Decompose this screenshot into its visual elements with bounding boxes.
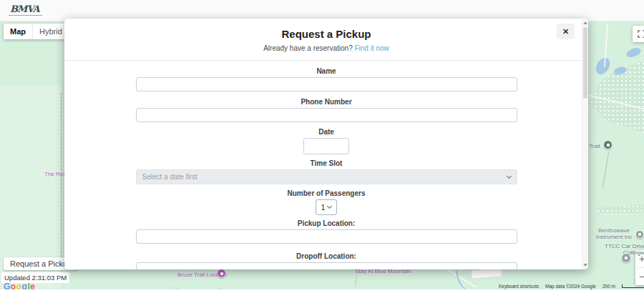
keyboard-shortcuts-link[interactable]: Keyboard shortcuts	[499, 284, 539, 289]
fullscreen-button[interactable]	[633, 26, 644, 42]
modal-divider	[64, 60, 588, 61]
map-data-copyright: Map data ©2024 Google	[545, 284, 596, 289]
scrollbar-thumb[interactable]	[583, 27, 587, 99]
map-region-boundary	[61, 93, 62, 279]
map-lake	[625, 46, 642, 59]
pickup-location-input[interactable]	[136, 229, 517, 244]
pickup-location-label: Pickup Location:	[298, 219, 356, 227]
time-slot-label: Time Slot	[311, 159, 343, 167]
map-lake	[594, 56, 613, 77]
benthowave-marker-icon[interactable]	[635, 230, 644, 239]
google-logo-letter: o	[16, 282, 22, 289]
poi-label-benthowave: Benthowave Instrument Inc	[591, 227, 637, 240]
ttcc-marker-icon[interactable]	[621, 253, 631, 263]
line-trail-marker-icon[interactable]	[603, 140, 613, 149]
map-type-control: Map Hybrid	[4, 24, 69, 39]
chevron-down-icon	[327, 204, 332, 209]
map-attribution: Keyboard shortcuts Map data ©2024 Google…	[499, 284, 644, 289]
find-reservation-link[interactable]: Find it now	[354, 44, 389, 52]
map-trail-path	[355, 276, 357, 287]
scroll-down-arrow-icon[interactable]	[583, 264, 587, 267]
bruce-trail-lookout-marker-icon[interactable]	[217, 269, 226, 278]
map-terrain-dotted-area-lower	[597, 204, 644, 213]
modal-title: Request a Pickup	[64, 28, 588, 40]
dropoff-location-label: Dropoff Location:	[296, 252, 356, 260]
chevron-down-icon	[506, 173, 511, 178]
fullscreen-icon	[638, 30, 644, 38]
modal-subtitle: Already have a reservation? Find it now	[64, 44, 588, 52]
passengers-value: 1	[321, 204, 326, 212]
request-pickup-modal: ✕ Request a Pickup Already have a reserv…	[64, 19, 588, 269]
name-input[interactable]	[136, 77, 517, 91]
map-type-hybrid-button[interactable]: Hybrid	[33, 24, 69, 39]
google-logo-letter: e	[30, 282, 35, 289]
subtitle-text: Already have a reservation?	[263, 44, 354, 52]
modal-scrollbar[interactable]	[582, 19, 588, 269]
modal-close-button[interactable]: ✕	[557, 24, 575, 39]
google-logo-letter: G	[4, 282, 11, 289]
app-logo[interactable]: BMVA	[9, 4, 42, 16]
pickup-request-form: Name Phone Number Date Time Slot Select …	[136, 67, 517, 269]
map-trail-path	[602, 152, 609, 189]
scale-label: 200 m	[602, 284, 615, 289]
passengers-label: Number of Passengers	[288, 189, 366, 197]
passengers-select[interactable]: 1	[316, 199, 337, 215]
google-logo: Google	[4, 282, 35, 289]
zoom-out-button[interactable]: −	[635, 268, 644, 285]
date-label: Date	[318, 128, 334, 136]
dropoff-location-input[interactable]	[136, 262, 517, 269]
scale-bar	[622, 284, 644, 288]
google-logo-letter: o	[11, 282, 16, 289]
date-input[interactable]	[303, 138, 349, 154]
scroll-up-arrow-icon[interactable]	[583, 21, 587, 24]
name-label: Name	[316, 67, 336, 75]
phone-label: Phone Number	[301, 98, 351, 106]
map-type-map-button[interactable]: Map	[4, 24, 32, 39]
phone-input[interactable]	[136, 108, 517, 122]
time-slot-select[interactable]: Select a date first	[136, 169, 517, 184]
time-slot-placeholder: Select a date first	[142, 173, 197, 181]
modal-header: Request a Pickup Already have a reservat…	[64, 19, 588, 61]
